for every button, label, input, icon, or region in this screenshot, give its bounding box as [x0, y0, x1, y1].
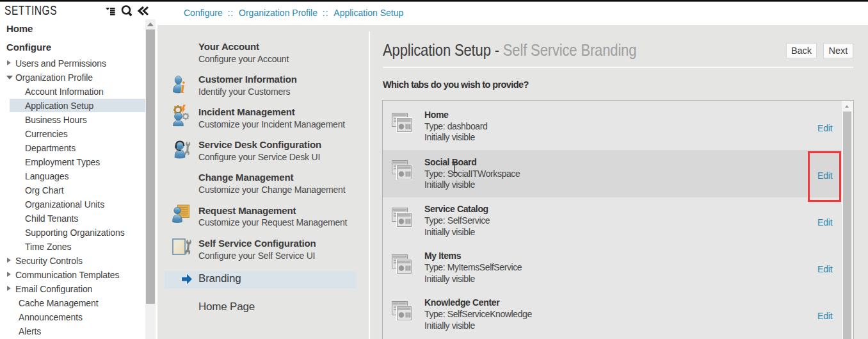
- svg-text:i: i: [181, 79, 185, 95]
